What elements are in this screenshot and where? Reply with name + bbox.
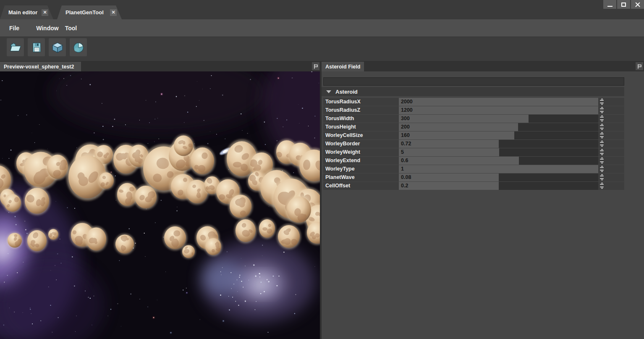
main-area: Asteroid TorusRadiusX2000TorusRadiusZ120… [0, 71, 644, 339]
dock-pin-icon [313, 63, 319, 69]
param-row: TorusWidth300 [323, 115, 644, 123]
editor-tab-planetgentool[interactable]: PlanetGenTool ✕ [57, 5, 122, 19]
param-slider-fill [399, 148, 499, 156]
param-slider[interactable]: 5 [399, 148, 598, 156]
param-row: WorleyType1 [323, 165, 644, 173]
spin-down-button[interactable] [600, 102, 604, 105]
spin-up-button[interactable] [600, 174, 604, 177]
spin-down-button[interactable] [600, 119, 604, 122]
save-file-button[interactable] [28, 38, 45, 56]
inspector-panel-tab[interactable]: Asteroid Field [322, 62, 364, 71]
editor-tab-label: Main editor [8, 9, 37, 16]
filter-input[interactable] [323, 77, 624, 86]
param-label: CellOffset [323, 182, 399, 190]
param-row: WorleyCellSize160 [323, 131, 644, 139]
editor-tab-main-editor[interactable]: Main editor ✕ [0, 5, 53, 19]
spin-down-button[interactable] [600, 145, 604, 147]
param-slider-fill [399, 182, 499, 190]
param-value: 0.6 [401, 157, 408, 165]
menu-window[interactable]: Window [36, 25, 59, 32]
spin-down-button[interactable] [600, 161, 604, 164]
param-slider[interactable]: 1 [399, 165, 598, 173]
param-spinner [599, 182, 605, 190]
spin-up-button[interactable] [600, 140, 604, 143]
menu-file[interactable]: File [9, 25, 19, 32]
spin-up-button[interactable] [600, 149, 604, 152]
param-label: TorusRadiusZ [323, 106, 399, 114]
row-filler [605, 165, 624, 173]
param-slider[interactable]: 0.08 [399, 173, 598, 181]
param-spinner [599, 131, 605, 139]
row-filler [605, 140, 624, 148]
row-filler [605, 106, 624, 114]
preview-viewport[interactable] [0, 71, 320, 339]
param-spinner [599, 165, 605, 173]
voxel-sphere-button[interactable] [70, 38, 87, 56]
spin-up-button[interactable] [600, 98, 604, 101]
param-value: 1200 [401, 106, 413, 114]
param-slider[interactable]: 2000 [399, 98, 598, 106]
param-row: PlanetWave0.08 [323, 173, 644, 181]
param-spinner [599, 140, 605, 148]
spin-down-button[interactable] [600, 136, 604, 139]
spin-up-button[interactable] [600, 132, 604, 135]
minimize-button[interactable] [603, 0, 616, 9]
preview-panel-tab[interactable]: Preview-voxel_sphere_test2 [0, 62, 81, 71]
param-slider[interactable]: 300 [399, 115, 598, 123]
param-spinner [599, 123, 605, 131]
dock-pin-button-inspector[interactable] [636, 62, 643, 70]
param-label: WorleyBorder [323, 140, 399, 148]
param-slider[interactable]: 160 [399, 131, 598, 139]
param-label: WorleyType [323, 165, 399, 173]
row-filler [605, 131, 624, 139]
spin-up-button[interactable] [600, 182, 604, 185]
spin-down-button[interactable] [600, 178, 604, 181]
spin-down-button[interactable] [600, 170, 604, 173]
editor-tab-label: PlanetGenTool [65, 9, 104, 16]
param-slider-fill [399, 123, 518, 131]
param-label: WorleyCellSize [323, 131, 399, 139]
close-tab-icon[interactable]: ✕ [42, 9, 48, 16]
preview-panel-tab-label: Preview-voxel_sphere_test2 [4, 64, 74, 70]
param-slider[interactable]: 0.72 [399, 140, 598, 148]
param-value: 0.2 [401, 182, 408, 190]
spin-down-button[interactable] [600, 187, 604, 189]
spin-down-button[interactable] [600, 128, 604, 131]
param-rows: TorusRadiusX2000TorusRadiusZ1200TorusWid… [323, 98, 644, 190]
param-slider[interactable]: 1200 [399, 106, 598, 114]
spin-up-button[interactable] [600, 124, 604, 126]
param-slider[interactable]: 200 [399, 123, 598, 131]
dock-tabbar: Preview-voxel_sphere_test2 Asteroid Fiel… [0, 61, 644, 71]
param-spinner [599, 148, 605, 156]
param-slider[interactable]: 0.6 [399, 157, 598, 165]
param-slider-fill [399, 157, 519, 165]
open-folder-icon [9, 41, 22, 54]
param-slider-fill [399, 131, 514, 139]
param-value: 160 [401, 131, 410, 139]
spin-up-button[interactable] [600, 107, 604, 110]
maximize-button[interactable] [617, 0, 630, 9]
spin-up-button[interactable] [600, 115, 604, 118]
open-file-button[interactable] [7, 38, 24, 56]
section-header-asteroid[interactable]: Asteroid [322, 87, 624, 96]
spin-up-button[interactable] [600, 166, 604, 168]
param-value: 200 [401, 123, 410, 131]
dock-pin-button-preview[interactable] [312, 62, 319, 70]
row-filler [605, 98, 624, 106]
inspector-panel-tab-label: Asteroid Field [325, 64, 360, 70]
close-button[interactable] [631, 0, 644, 9]
param-spinner [599, 157, 605, 165]
param-row: WorleyBorder0.72 [323, 140, 644, 148]
menu-tool[interactable]: Tool [65, 25, 77, 32]
param-label: WorleyWeight [323, 148, 399, 156]
param-value: 0.72 [401, 140, 411, 148]
spin-up-button[interactable] [600, 157, 604, 160]
close-tab-icon[interactable]: ✕ [110, 9, 117, 16]
param-slider[interactable]: 0.2 [399, 182, 598, 190]
sphere-icon [72, 41, 85, 54]
spin-down-button[interactable] [600, 153, 604, 156]
param-label: TorusHeight [323, 123, 399, 131]
voxel-cube-button[interactable] [49, 38, 66, 56]
spin-down-button[interactable] [600, 111, 604, 114]
param-value: 1 [401, 165, 404, 173]
